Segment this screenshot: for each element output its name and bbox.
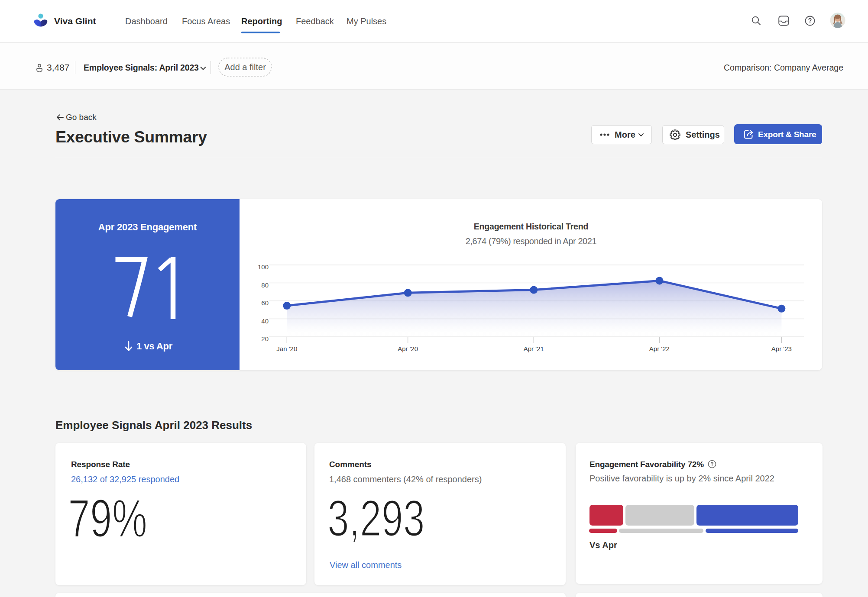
- svg-text:Apr '22: Apr '22: [649, 345, 670, 352]
- svg-text:Apr '20: Apr '20: [398, 345, 418, 352]
- svg-text:40: 40: [261, 317, 269, 325]
- svg-text:Apr '23: Apr '23: [771, 345, 792, 352]
- svg-text:60: 60: [261, 299, 269, 307]
- svg-text:100: 100: [258, 263, 269, 271]
- svg-text:20: 20: [261, 335, 269, 342]
- svg-text:80: 80: [261, 281, 269, 289]
- svg-text:Jan '20: Jan '20: [276, 345, 297, 352]
- svg-text:Apr '21: Apr '21: [524, 345, 544, 352]
